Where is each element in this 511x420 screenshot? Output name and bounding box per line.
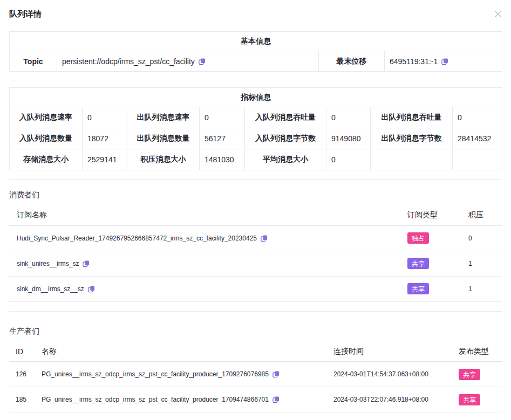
metric-label: 入队列消息字节数	[245, 128, 326, 149]
close-button[interactable]	[493, 9, 503, 19]
section-divider	[9, 311, 502, 312]
metric-label: 入队列消息数量	[10, 128, 83, 149]
metric-value: 1481030	[200, 149, 245, 170]
metrics-table: 指标信息 入队列消息速率 0 出队列消息速率 0 入队列消息吞吐量 0 出队列消…	[9, 87, 502, 170]
producer-name: PG_unires__irms_sz_odcp_irms_sz_pst_cc_f…	[42, 396, 269, 403]
column-header-name: 名称	[42, 342, 333, 362]
topic-value: persistent://odcp/irms_sz_pst/cc_facilit…	[62, 57, 195, 66]
column-header-id: ID	[9, 342, 42, 362]
producer-id: 185	[9, 387, 42, 412]
consumers-section-title: 消费者们	[9, 189, 502, 200]
metric-value: 18072	[83, 128, 127, 149]
copy-icon[interactable]	[441, 58, 448, 65]
metric-value: 0	[326, 107, 371, 128]
backlog-value: 1	[468, 251, 502, 276]
metric-label: 入队列消息吞吐量	[245, 107, 326, 128]
metrics-header: 指标信息	[10, 88, 502, 107]
connect-time: 2024-03-01T14:54:37.063+08:00	[333, 362, 459, 387]
topic-label: Topic	[10, 51, 57, 72]
copy-icon[interactable]	[83, 260, 90, 267]
backlog-value: 0	[468, 225, 502, 251]
metric-label: 出队列消息速率	[127, 107, 200, 128]
column-header-connect-time: 连接时间	[333, 342, 459, 362]
table-row: 存储消息大小 2529141 积压消息大小 1481030 平均消息大小 0	[10, 149, 502, 170]
copy-icon[interactable]	[261, 235, 268, 242]
table-row: Topic persistent://odcp/irms_sz_pst/cc_f…	[10, 51, 502, 72]
subscription-name: Hudi_Sync_Pulsar_Reader_1749267952666857…	[17, 235, 257, 242]
table-row: sink_dm__irms_sz__sz 共享 1	[9, 276, 502, 301]
subscription-name: sink_dm__irms_sz__sz	[17, 285, 84, 293]
producers-section-title: 生产者们	[9, 326, 502, 336]
subscription-type-badge: 独占	[407, 232, 429, 244]
producer-name: PG_unires__irms_sz_odcp_irms_sz_pst_cc_f…	[42, 370, 269, 378]
table-row: sink_unires__irms_sz 共享 1	[9, 251, 502, 276]
metric-value: 2529141	[83, 149, 127, 170]
metric-label: 存储消息大小	[10, 149, 83, 170]
subscription-type-badge: 共享	[407, 258, 429, 269]
metric-label: 积压消息大小	[127, 149, 200, 170]
column-header-publish-type: 发布类型	[459, 342, 502, 362]
subscription-type-badge: 共享	[407, 283, 429, 294]
table-row: 入队列消息数量 18072 出队列消息数量 56127 入队列消息字节数 914…	[10, 128, 502, 149]
basic-info-header: 基本信息	[10, 32, 502, 51]
metric-value: 56127	[200, 128, 245, 149]
consumers-table: 订阅名称 订阅类型 积压 Hudi_Sync_Pulsar_Reader_174…	[9, 205, 502, 302]
modal-header: 队列详情	[9, 8, 502, 19]
metric-label: 出队列消息字节数	[371, 128, 453, 149]
metric-label: 入队列消息速率	[10, 107, 83, 128]
close-icon	[494, 10, 502, 18]
copy-icon[interactable]	[88, 285, 95, 293]
backlog-value: 1	[468, 276, 502, 301]
table-row: 185 PG_unires__irms_sz_odcp_irms_sz_pst_…	[9, 387, 502, 412]
section-divider	[9, 80, 502, 80]
metric-value: 9149080	[326, 128, 371, 149]
last-offset-value: 6495119:31:-1	[390, 57, 438, 66]
metric-value: 0	[326, 149, 371, 170]
table-row: Hudi_Sync_Pulsar_Reader_1749267952666857…	[9, 225, 502, 251]
column-header-subscription-name: 订阅名称	[9, 205, 407, 225]
metric-value: 0	[200, 107, 245, 128]
section-divider	[9, 179, 502, 180]
producer-id: 126	[9, 362, 42, 387]
metric-label: 平均消息大小	[245, 149, 326, 170]
metric-label: 出队列消息数量	[127, 128, 200, 149]
metric-label: 出队列消息吞吐量	[371, 107, 453, 128]
copy-icon[interactable]	[272, 370, 280, 378]
connect-time: 2024-03-03T22:07:46.918+08:00	[333, 387, 459, 412]
metric-value: 0	[83, 107, 127, 128]
publish-type-badge: 共享	[459, 369, 480, 380]
publish-type-badge: 共享	[459, 394, 480, 405]
copy-icon[interactable]	[199, 58, 206, 65]
column-header-subscription-type: 订阅类型	[407, 205, 468, 225]
page-title: 队列详情	[9, 8, 502, 19]
column-header-backlog: 积压	[468, 205, 502, 225]
metric-value: 0	[453, 107, 502, 128]
queue-detail-modal: 队列详情 基本信息 Topic persistent://odcp/irms_s…	[0, 0, 511, 420]
subscription-name: sink_unires__irms_sz	[17, 260, 79, 267]
table-row: 126 PG_unires__irms_sz_odcp_irms_sz_pst_…	[9, 362, 502, 387]
last-offset-label: 最末位移	[319, 51, 385, 72]
table-row: 入队列消息速率 0 出队列消息速率 0 入队列消息吞吐量 0 出队列消息吞吐量 …	[10, 107, 502, 128]
basic-info-table: 基本信息 Topic persistent://odcp/irms_sz_pst…	[9, 31, 502, 72]
metric-value: 28414532	[453, 128, 502, 149]
producers-table: ID 名称 连接时间 发布类型 126 PG_unires__irms_sz_o…	[9, 342, 502, 413]
copy-icon[interactable]	[272, 396, 280, 403]
